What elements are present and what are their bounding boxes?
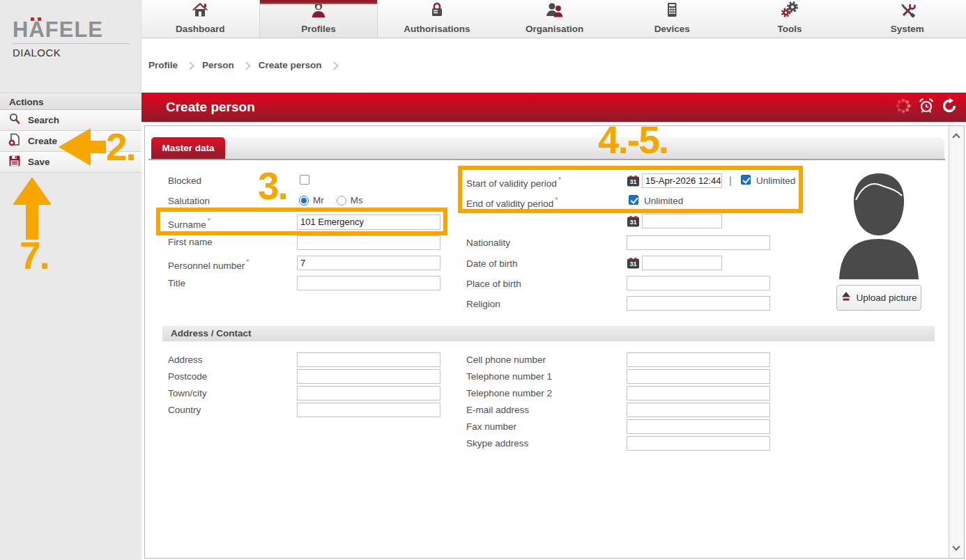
field-label: Cell phone number [466, 355, 627, 365]
hafele-logo: HAFELE DIALOCK [13, 18, 131, 59]
end-validity-label: End of validity period* [466, 196, 558, 209]
address-contact-section-header: Address / Contact [162, 326, 935, 341]
calendar-icon[interactable]: 31 [627, 175, 639, 189]
breadcrumb-create-person[interactable]: Create person [259, 60, 322, 70]
people-icon [544, 1, 565, 22]
place-of-birth-label: Place of birth [466, 279, 521, 289]
surname-input[interactable]: 101 Emergency [297, 215, 440, 230]
nav-authorisations[interactable]: Authorisations [378, 0, 496, 38]
tab-strip-divider [148, 159, 945, 160]
upload-picture-button[interactable]: Upload picture [836, 285, 921, 311]
svg-text:31: 31 [629, 219, 636, 226]
nav-devices-label: Devices [654, 24, 690, 34]
nav-organisation[interactable]: Organisation [496, 0, 613, 38]
salutation-mr-label: Mr [313, 195, 324, 205]
tab-master-data[interactable]: Master data [151, 137, 225, 159]
nav-dashboard[interactable]: Dashboard [141, 0, 259, 38]
personnel-number-label: Personnel number* [168, 258, 250, 271]
nav-tools[interactable]: Tools [731, 0, 849, 38]
scroll-down-icon[interactable] [952, 543, 960, 550]
skype-address-input[interactable] [627, 436, 770, 451]
breadcrumb: Profile Person Create person [148, 60, 337, 70]
field-row: Cell phone number [466, 351, 770, 368]
salutation-mr-radio[interactable] [299, 196, 309, 205]
create-person-panel: Master data Blocked Salutation Mr Ms Sur… [144, 125, 965, 559]
cell-phone-number-input[interactable] [627, 352, 770, 367]
chevron-right-icon [242, 61, 251, 70]
brand-subtitle: DIALOCK [13, 47, 131, 59]
field-label: Telephone number 2 [466, 388, 627, 398]
field-label: Town/city [168, 388, 297, 398]
end-unlimited-label: Unlimited [644, 196, 683, 206]
keypad-icon [663, 1, 681, 22]
start-unlimited-label: Unlimited [756, 176, 795, 186]
breadcrumb-person[interactable]: Person [202, 60, 234, 70]
action-save[interactable]: Save [0, 152, 141, 173]
calendar-icon[interactable]: 31 [627, 215, 639, 230]
title-label: Title [168, 278, 185, 288]
field-label: Skype address [466, 438, 627, 449]
alarm-clock-icon[interactable] [918, 98, 935, 117]
salutation-ms-radio[interactable] [337, 196, 346, 205]
upload-icon [841, 291, 852, 304]
start-unlimited-checkbox[interactable] [741, 175, 751, 185]
calendar-icon[interactable]: 31 [627, 257, 639, 272]
nationality-input[interactable] [627, 235, 770, 250]
brand-underline [13, 43, 130, 44]
blocked-label: Blocked [168, 176, 201, 186]
first-name-input[interactable] [297, 235, 440, 250]
create-document-icon [8, 133, 21, 149]
postcode-input[interactable] [297, 369, 440, 384]
place-of-birth-input[interactable] [627, 276, 770, 290]
end-validity-date-input[interactable] [642, 214, 722, 228]
start-validity-date-input[interactable]: 15-Apr-2026 12:44 [642, 173, 722, 188]
telephone-number-2-input[interactable] [627, 386, 770, 400]
field-label: Postcode [168, 371, 297, 382]
field-row: Postcode [168, 368, 440, 384]
top-navigation: Dashboard Profiles Authorisations Organi… [141, 0, 966, 38]
address-input[interactable] [297, 352, 440, 367]
chevron-right-icon [330, 61, 339, 70]
country-input[interactable] [297, 403, 440, 417]
dialock-app: HAFELE DIALOCK Actions Search Create [0, 0, 966, 560]
nav-system-label: System [891, 24, 924, 34]
personnel-number-input[interactable]: 7 [297, 256, 440, 270]
religion-label: Religion [466, 299, 500, 309]
fax-number-input[interactable] [627, 419, 770, 434]
svg-text:31: 31 [629, 260, 636, 267]
action-save-label: Save [28, 157, 50, 167]
action-search[interactable]: Search [0, 110, 141, 131]
e-mail-address-input[interactable] [627, 403, 770, 417]
nav-tools-label: Tools [777, 24, 802, 34]
salutation-label: Salutation [168, 196, 210, 206]
title-input[interactable] [297, 276, 440, 290]
refresh-icon[interactable] [941, 98, 958, 117]
town-city-input[interactable] [297, 386, 440, 400]
search-icon [8, 113, 21, 128]
brand-name: HAFELE [13, 18, 131, 42]
sidebar: HAFELE DIALOCK Actions Search Create [0, 0, 141, 560]
field-row: E-mail address [466, 401, 770, 418]
nav-profiles[interactable]: Profiles [259, 0, 378, 38]
nav-devices[interactable]: Devices [613, 0, 731, 38]
breadcrumb-profile[interactable]: Profile [148, 60, 178, 70]
breadcrumb-bar: Profile Person Create person [141, 38, 966, 93]
field-label: Address [168, 355, 297, 365]
field-row: Fax number [466, 418, 770, 435]
action-create[interactable]: Create [0, 131, 141, 152]
blocked-checkbox[interactable] [300, 175, 309, 185]
religion-input[interactable] [627, 296, 770, 311]
date-of-birth-input[interactable] [642, 256, 722, 270]
date-of-birth-label: Date of birth [466, 258, 518, 269]
field-row: Skype address [466, 435, 770, 451]
scroll-up-icon[interactable] [952, 133, 960, 141]
telephone-number-1-input[interactable] [627, 369, 770, 384]
separator: | [729, 175, 732, 186]
nav-system[interactable]: System [848, 0, 966, 38]
spinner-icon [895, 98, 912, 117]
vertical-scrollbar[interactable] [949, 126, 964, 558]
end-unlimited-checkbox[interactable] [629, 195, 638, 205]
nav-dashboard-label: Dashboard [176, 24, 225, 34]
field-row: Country [168, 401, 440, 418]
brand-letters: FELE [45, 17, 103, 42]
